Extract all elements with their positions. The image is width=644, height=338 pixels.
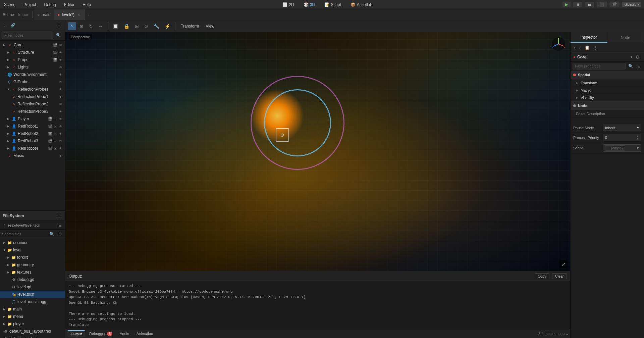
tree-item-reflections[interactable]: ▼ ○ ReflectionProbes 👁 [0,86,65,93]
tab-main[interactable]: ○ main [34,9,54,20]
tree-item-core[interactable]: ▶ ○ Core 🎬 👁 [0,41,65,49]
tree-eye-icon-5[interactable]: 👁 [58,73,63,77]
fs-layout-btn[interactable]: ⊟ [57,222,63,228]
tree-sword-player[interactable]: ⚔ [53,117,58,121]
inspector-node-settings-btn[interactable]: ⚙ [634,54,641,60]
tree-eye-icon-6[interactable]: 👁 [58,80,63,84]
output-tab-debugger[interactable]: Debugger 6 [86,331,116,337]
fs-item-debug-gd[interactable]: ⚙ debug.gd [0,276,65,283]
fs-item-forklift[interactable]: ▶ 📁 forklift [0,254,65,261]
vp-local-mode[interactable]: 🔲 [111,22,120,30]
vp-select-tool[interactable]: ↖ [68,22,76,30]
viewport-expand-btn[interactable]: ⤢ [559,260,568,268]
menu-editor[interactable]: Editor [63,2,76,8]
tree-eye-icon-8[interactable]: 👁 [58,95,63,99]
inspector-prop-visibility[interactable]: ▶ Visibility [571,94,644,101]
vp-rotate-tool[interactable]: ↻ [87,22,95,30]
tree-item-worldenv[interactable]: 🌐 WorldEnvironment 👁 [0,71,65,78]
tree-item-redrobot4[interactable]: ▶ 👤 RedRobot4 🎬 ⚔ 👁 [0,145,65,152]
insp-forward-btn[interactable]: › [578,45,582,51]
inspector-prop-matrix[interactable]: ▶ Matrix [571,87,644,94]
output-tab-audio[interactable]: Audio [116,331,132,337]
vp-env-btn[interactable]: ⚡ [163,22,172,30]
fs-search-btn[interactable]: 🔍 [48,231,56,237]
tree-eye-music[interactable]: 👁 [58,154,63,158]
menu-scene[interactable]: Scene [3,2,17,8]
tree-item-giprobe[interactable]: ⬡ GIProbe 👁 [0,78,65,86]
tree-film-robot3[interactable]: 🎬 [47,139,53,143]
insp-menu-btn[interactable]: ⋮ [592,45,599,51]
fs-item-menu[interactable]: ▶ 📁 menu [0,313,65,320]
inspector-section-spatial[interactable]: Spatial [571,70,644,79]
fs-item-level-gd[interactable]: ⚙ level.gd [0,283,65,291]
process-priority-value[interactable]: 0 ▲ ▼ [603,134,641,141]
menu-help[interactable]: Help [81,2,92,8]
menu-project[interactable]: Project [22,2,37,8]
tree-item-redrobot1[interactable]: ▶ 👤 RedRobot1 🎬 ⚔ 👁 [0,123,65,130]
tree-eye-robot4[interactable]: 👁 [58,146,63,151]
fs-item-enemies[interactable]: ▶ 📁 enemies [0,239,65,246]
pause-button[interactable]: ⏸ [573,2,582,7]
copy-output-btn[interactable]: Copy [535,273,549,279]
tree-item-probe3[interactable]: ○ ReflectionProbe3 👁 [0,108,65,115]
tree-eye-robot3[interactable]: 👁 [58,139,63,143]
fs-item-default-bus[interactable]: ⚙ default_bus_layout.tres [0,328,65,335]
vp-view-btn[interactable]: View [203,22,217,30]
gles-badge[interactable]: GLES3 ▾ [622,2,641,7]
tree-eye-icon-2[interactable]: 👁 [58,50,63,55]
tree-item-probe1[interactable]: ○ ReflectionProbe1 👁 [0,93,65,100]
tree-eye-icon-4[interactable]: 👁 [58,65,63,69]
inspector-editor-desc-row[interactable]: Editor Description [571,110,644,117]
mode-assetlib-btn[interactable]: 📦 AssetLib [348,2,374,8]
fs-item-default-env[interactable]: ⚙ default_env.tres [0,335,65,338]
tree-item-redrobot3[interactable]: ▶ 👤 RedRobot3 🎬 ⚔ 👁 [0,137,65,145]
tree-item-probe2[interactable]: ○ ReflectionProbe2 👁 [0,100,65,108]
inspector-section-node[interactable]: Node [571,101,644,110]
fs-item-level-music[interactable]: 🎵 level_music.ogg [0,298,65,305]
inspector-node-expand[interactable]: ▾ [631,55,632,59]
insp-back-btn[interactable]: ‹ [573,45,577,51]
tree-eye-icon-7[interactable]: 👁 [58,87,63,92]
vp-scale-tool[interactable]: ↔ [96,22,105,30]
vp-grid-btn[interactable]: ⊞ [133,22,141,30]
tree-film-player[interactable]: 🎬 [47,117,53,121]
tree-film-icon[interactable]: 🎬 [52,43,58,47]
output-tab-output[interactable]: Output [67,330,85,337]
tree-eye-player[interactable]: 👁 [58,117,63,121]
vp-camera-btn[interactable]: ⊙ [142,22,150,30]
tree-sword-robot4[interactable]: ⚔ [53,146,58,151]
menu-debug[interactable]: Debug [43,2,57,8]
mode-script-btn[interactable]: 📝 Script [322,2,343,8]
script-value[interactable]: [empty] ▾ [603,144,641,152]
remote-button[interactable]: ⬛ [597,2,607,7]
tree-item-player[interactable]: ▶ 👤 Player 🎬 ⚔ 👁 [0,115,65,123]
import-label[interactable]: Import [17,12,31,17]
tree-sword-robot3[interactable]: ⚔ [53,139,58,143]
tab-add-button[interactable]: + [85,12,93,17]
tree-item-redrobot2[interactable]: ▶ 👤 RedRobot2 🎬 ⚔ 👁 [0,130,65,137]
pause-mode-value[interactable]: Inherit ▾ [603,125,641,131]
fs-item-textures[interactable]: ▶ 📁 textures [0,269,65,276]
scene-link-btn[interactable]: 🔗 [9,22,17,28]
vp-move-tool[interactable]: ⊕ [77,22,86,30]
mode-2d-btn[interactable]: ⬜ 2D [280,2,296,8]
fs-back-btn[interactable]: ‹ [2,222,7,228]
mode-3d-btn[interactable]: 🎲 3D [302,2,317,8]
vp-lock-btn[interactable]: 🔒 [122,22,131,30]
filter-nodes-input[interactable] [2,32,53,39]
tree-film-icon-2[interactable]: 🎬 [52,50,58,55]
fs-item-player[interactable]: ▶ 📁 player [0,320,65,328]
fs-item-geometry[interactable]: ▶ 📁 geometry [0,261,65,269]
tree-item-music[interactable]: ♪ Music 👁 [0,152,65,159]
tree-film-robot2[interactable]: 🎬 [47,132,53,136]
tree-eye-icon-10[interactable]: 👁 [58,109,63,114]
inspector-tab-node[interactable]: Node [607,32,644,43]
fs-filter-btn[interactable]: ⊞ [57,231,63,237]
tree-film-icon-3[interactable]: 🎬 [52,58,58,62]
tree-eye-icon-9[interactable]: 👁 [58,102,63,106]
filesystem-menu-btn[interactable]: ⋮ [56,213,62,219]
tree-item-props[interactable]: ▶ ○ Props 🎬 👁 [0,56,65,63]
fs-item-main[interactable]: ▶ 📁 main [0,305,65,313]
stop-button[interactable]: ⏹ [585,2,594,7]
tab-level-close[interactable]: ✕ [76,12,81,17]
